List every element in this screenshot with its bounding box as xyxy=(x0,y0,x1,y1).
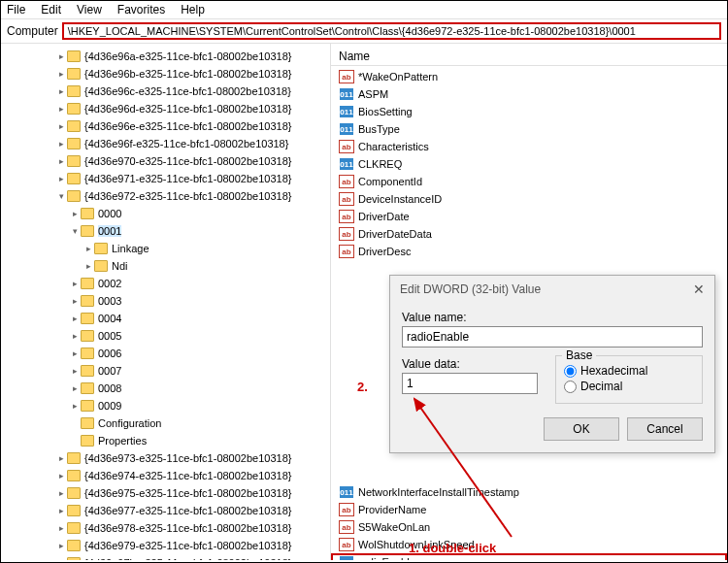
value-item[interactable]: abCharacteristics xyxy=(331,138,727,155)
tree-item[interactable]: ▸{4d36e96e-e325-11ce-bfc1-08002be10318} xyxy=(1,117,330,135)
tree-item-label: 0005 xyxy=(98,330,121,342)
tree-item[interactable]: ▸{4d36e96f-e325-11ce-bfc1-08002be10318} xyxy=(1,135,330,152)
tree-item[interactable]: ▸0002 xyxy=(1,275,330,292)
base-hex-radio[interactable]: Hexadecimal xyxy=(564,364,694,378)
chevron-icon[interactable]: ▸ xyxy=(55,139,67,149)
value-label: Characteristics xyxy=(358,141,429,152)
value-item[interactable]: 011NetworkInterfaceInstallTimestamp xyxy=(331,483,727,501)
value-name-input[interactable] xyxy=(402,326,703,348)
menu-file[interactable]: File xyxy=(7,3,25,17)
value-item[interactable]: 011radioEnable xyxy=(331,553,727,560)
chevron-icon[interactable]: ▸ xyxy=(55,488,67,498)
chevron-icon[interactable]: ▸ xyxy=(69,348,81,358)
chevron-icon[interactable]: ▸ xyxy=(69,401,81,411)
chevron-icon[interactable]: ▸ xyxy=(55,506,67,515)
base-legend: Base xyxy=(562,348,596,362)
tree-item[interactable]: ▸0009 xyxy=(1,397,330,414)
value-item[interactable]: abS5WakeOnLan xyxy=(331,518,727,536)
tree-item[interactable]: ▾0001 xyxy=(1,222,330,240)
value-item[interactable]: abWolShutdownLinkSpeed xyxy=(331,536,727,553)
menu-edit[interactable]: Edit xyxy=(41,3,61,17)
chevron-icon[interactable]: ▸ xyxy=(69,296,81,306)
tree-item[interactable]: ▸{4d36e974-e325-11ce-bfc1-08002be10318} xyxy=(1,467,330,484)
menu-help[interactable]: Help xyxy=(181,3,205,17)
value-item[interactable]: abProviderName xyxy=(331,501,727,518)
tree-pane[interactable]: ▸{4d36e96a-e325-11ce-bfc1-08002be10318}▸… xyxy=(1,44,331,560)
tree-item-label: 0004 xyxy=(98,313,121,324)
folder-icon xyxy=(67,487,81,499)
tree-item[interactable]: ▸{4d36e970-e325-11ce-bfc1-08002be10318} xyxy=(1,152,330,170)
value-item[interactable]: abDeviceInstanceID xyxy=(331,190,727,208)
chevron-icon[interactable]: ▸ xyxy=(83,244,94,253)
value-data-input[interactable] xyxy=(402,373,538,394)
chevron-icon[interactable]: ▸ xyxy=(69,383,81,393)
chevron-icon[interactable]: ▸ xyxy=(55,523,67,533)
value-type-icon: ab xyxy=(339,192,354,206)
tree-item[interactable]: ▸Linkage xyxy=(1,240,330,257)
tree-item[interactable]: Properties xyxy=(1,432,330,449)
value-label: ProviderName xyxy=(358,504,426,515)
tree-item[interactable]: ▸Ndi xyxy=(1,257,330,275)
tree-item[interactable]: ▸0008 xyxy=(1,380,330,397)
value-item[interactable]: ab*WakeOnPattern xyxy=(331,68,727,85)
tree-item[interactable]: ▸{4d36e96b-e325-11ce-bfc1-08002be10318} xyxy=(1,65,330,83)
tree-item[interactable]: ▸{4d36e973-e325-11ce-bfc1-08002be10318} xyxy=(1,449,330,467)
chevron-icon[interactable]: ▸ xyxy=(83,261,94,271)
tree-item[interactable]: ▸{4d36e977-e325-11ce-bfc1-08002be10318} xyxy=(1,502,330,519)
tree-item[interactable]: ▸{4d36e96c-e325-11ce-bfc1-08002be10318} xyxy=(1,83,330,100)
value-item[interactable]: abComponentId xyxy=(331,173,727,190)
chevron-icon[interactable]: ▸ xyxy=(55,51,67,61)
tree-item[interactable]: ▾{4d36e972-e325-11ce-bfc1-08002be10318} xyxy=(1,187,330,205)
value-item[interactable]: abDriverDateData xyxy=(331,225,727,243)
tree-item[interactable]: ▸{4d36e975-e325-11ce-bfc1-08002be10318} xyxy=(1,484,330,502)
tree-item[interactable]: ▸{4d36e978-e325-11ce-bfc1-08002be10318} xyxy=(1,519,330,537)
chevron-icon[interactable]: ▾ xyxy=(55,191,67,201)
addressbar-path[interactable]: \HKEY_LOCAL_MACHINE\SYSTEM\CurrentContro… xyxy=(62,22,721,40)
value-type-icon: ab xyxy=(339,70,354,83)
tree-item[interactable]: ▸{4d36e96a-e325-11ce-bfc1-08002be10318} xyxy=(1,48,330,65)
chevron-icon[interactable]: ▸ xyxy=(69,366,81,376)
chevron-icon[interactable]: ▸ xyxy=(55,156,67,166)
value-item[interactable]: 011BusType xyxy=(331,120,727,138)
tree-item[interactable]: ▸0006 xyxy=(1,345,330,362)
chevron-icon[interactable]: ▸ xyxy=(55,471,67,480)
close-icon[interactable]: ✕ xyxy=(693,282,705,297)
chevron-icon[interactable]: ▸ xyxy=(55,558,67,560)
tree-item[interactable]: ▸{4d36e97b-e325-11ce-bfc1-08002be10318} xyxy=(1,554,330,560)
tree-item[interactable]: ▸0005 xyxy=(1,327,330,345)
value-item[interactable]: 011BiosSetting xyxy=(331,103,727,120)
tree-item[interactable]: ▸0003 xyxy=(1,292,330,310)
tree-item[interactable]: Configuration xyxy=(1,414,330,432)
chevron-icon[interactable]: ▸ xyxy=(55,104,67,114)
value-item[interactable]: abDriverDesc xyxy=(331,243,727,260)
chevron-icon[interactable]: ▸ xyxy=(55,174,67,183)
tree-item[interactable]: ▸{4d36e971-e325-11ce-bfc1-08002be10318} xyxy=(1,170,330,187)
tree-item[interactable]: ▸{4d36e979-e325-11ce-bfc1-08002be10318} xyxy=(1,537,330,554)
menu-favorites[interactable]: Favorites xyxy=(117,3,165,17)
value-item[interactable]: abDriverDate xyxy=(331,208,727,225)
value-type-icon: 011 xyxy=(339,87,354,101)
chevron-icon[interactable]: ▸ xyxy=(69,279,81,288)
tree-item[interactable]: ▸0000 xyxy=(1,205,330,222)
chevron-icon[interactable]: ▸ xyxy=(55,453,67,463)
tree-item-label: 0002 xyxy=(98,278,121,289)
value-item[interactable]: 011ASPM xyxy=(331,85,727,103)
chevron-icon[interactable]: ▾ xyxy=(69,226,81,236)
chevron-icon[interactable]: ▸ xyxy=(69,314,81,323)
tree-item[interactable]: ▸{4d36e96d-e325-11ce-bfc1-08002be10318} xyxy=(1,100,330,117)
chevron-icon[interactable]: ▸ xyxy=(55,69,67,79)
chevron-icon[interactable]: ▸ xyxy=(55,86,67,96)
cancel-button[interactable]: Cancel xyxy=(627,417,703,441)
chevron-icon[interactable]: ▸ xyxy=(69,209,81,218)
chevron-icon[interactable]: ▸ xyxy=(69,331,81,341)
list-header-name[interactable]: Name xyxy=(331,48,727,66)
tree-item[interactable]: ▸0004 xyxy=(1,310,330,327)
base-dec-radio[interactable]: Decimal xyxy=(564,380,694,393)
menu-view[interactable]: View xyxy=(77,3,102,17)
value-item[interactable]: 011CLKREQ xyxy=(331,155,727,173)
chevron-icon[interactable]: ▸ xyxy=(55,541,67,550)
chevron-icon[interactable]: ▸ xyxy=(55,121,67,131)
tree-item[interactable]: ▸0007 xyxy=(1,362,330,380)
folder-icon xyxy=(67,190,81,202)
ok-button[interactable]: OK xyxy=(544,417,619,441)
